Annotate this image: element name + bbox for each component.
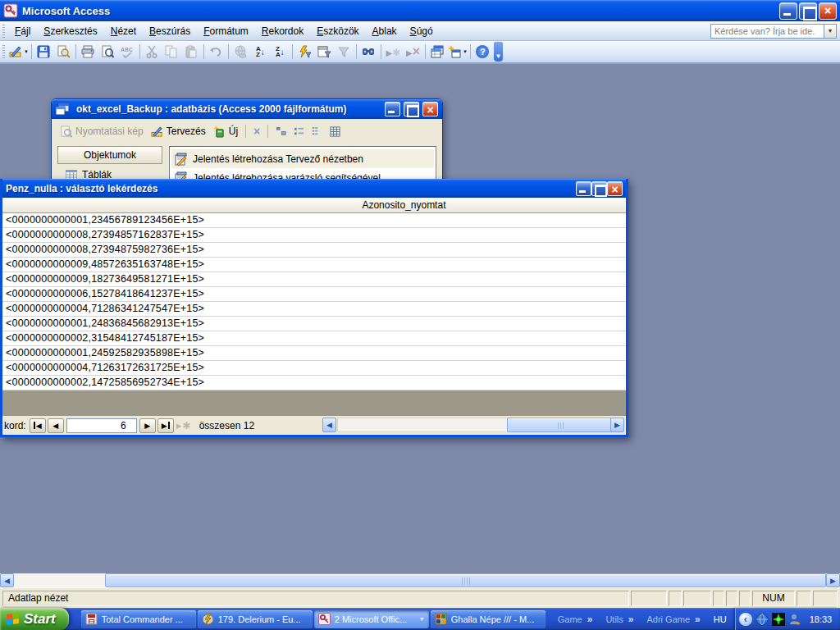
current-record-input[interactable] (66, 418, 137, 433)
task-delerium-player[interactable]: 179. Delerium - Eu... (198, 610, 313, 628)
db-details-view-button[interactable] (327, 125, 343, 139)
view-design-button[interactable]: ▼ (9, 43, 29, 61)
db-print-preview-button[interactable]: Nyomtatási kép (57, 124, 146, 139)
db-maximize-button[interactable] (404, 102, 419, 116)
help-button[interactable]: ? (473, 43, 492, 61)
filter-by-form-button[interactable] (315, 43, 334, 61)
cut-button[interactable] (143, 43, 162, 61)
print-button[interactable] (79, 43, 98, 61)
db-large-icons-button[interactable] (273, 125, 289, 139)
menu-window[interactable]: Ablak (366, 22, 404, 40)
task-total-commander[interactable]: Total Commander ... (81, 610, 196, 628)
menubar-grip-handle[interactable] (2, 25, 5, 38)
help-question-input[interactable]: Kérdése van? Írja be ide. (710, 24, 824, 39)
query-window-titlebar[interactable]: Penz_nulla : választó lekérdezés × (2, 179, 626, 198)
start-button[interactable]: Start (0, 608, 69, 630)
menu-format[interactable]: Formátum (197, 22, 255, 40)
menu-help[interactable]: Súgó (404, 22, 440, 40)
undo-button[interactable] (207, 43, 226, 61)
db-small-icons-button[interactable] (291, 125, 307, 139)
toolbar-options-chevron[interactable]: ▼ (494, 42, 503, 62)
table-row[interactable]: <0000000000002,31548412745187E+15> (2, 331, 626, 346)
minimize-button[interactable] (779, 2, 797, 20)
menu-records[interactable]: Rekordok (255, 22, 310, 40)
db-design-button[interactable]: Tervezés (148, 124, 208, 139)
db-list-view-button[interactable] (309, 125, 325, 139)
chevron-double-icon[interactable]: » (587, 614, 593, 625)
db-delete-button[interactable]: × (251, 123, 262, 139)
menu-tools[interactable]: Eszközök (310, 22, 365, 40)
help-dropdown-button[interactable]: ▼ (824, 24, 837, 39)
close-button[interactable]: × (819, 2, 837, 20)
table-row[interactable]: <0000000000008,27394875982736E+15> (2, 243, 626, 258)
save-button[interactable] (34, 43, 53, 61)
sidebar-item-tables[interactable]: Táblák (57, 164, 162, 180)
paste-button[interactable] (182, 43, 201, 61)
workspace-scroll-track[interactable] (14, 573, 105, 587)
tray-network-globe-icon[interactable] (756, 613, 769, 626)
db-close-button[interactable]: × (422, 102, 438, 116)
table-row[interactable]: <0000000000002,14725856952734E+15> (2, 376, 626, 390)
db-minimize-button[interactable] (385, 102, 400, 116)
workspace-scroll-thumb[interactable] (105, 573, 826, 587)
menu-edit[interactable]: Szerkesztés (37, 22, 103, 40)
taskbar-toolbar-game[interactable]: Game (558, 614, 582, 624)
insert-hyperlink-button[interactable] (231, 43, 250, 61)
hscroll-left-arrow[interactable]: ◀ (322, 418, 336, 432)
chevron-double-icon[interactable]: » (628, 614, 634, 625)
sort-descending-button[interactable]: ZA↓ (271, 43, 290, 61)
new-record-button[interactable]: ▶✱ (384, 43, 403, 61)
last-record-button[interactable]: ▶ (158, 418, 174, 433)
hscroll-right-arrow[interactable]: ▶ (610, 418, 624, 432)
table-row[interactable]: <0000000000004,71263172631725E+15> (2, 361, 626, 376)
workspace-scroll-left-arrow[interactable]: ◀ (0, 573, 14, 587)
apply-filter-button[interactable] (335, 43, 354, 61)
hscroll-thumb[interactable] (507, 418, 614, 432)
new-object-button[interactable]: ▼ (448, 43, 468, 61)
restore-button[interactable] (799, 2, 817, 20)
tray-user-status-icon[interactable] (788, 613, 801, 626)
objects-header-button[interactable]: Objektumok (57, 146, 162, 164)
file-search-button[interactable] (54, 43, 73, 61)
table-row[interactable]: <0000000000009,48572635163748E+15> (2, 258, 626, 272)
list-item-new-report-design[interactable]: Jelentés létrehozása Tervező nézetben (171, 149, 434, 168)
print-preview-button[interactable] (98, 43, 117, 61)
hide-tray-icons-button[interactable]: ‹ (739, 613, 752, 626)
previous-record-button[interactable]: ◀ (48, 418, 64, 433)
taskbar-clock[interactable]: 18:33 (810, 614, 833, 624)
spelling-button[interactable]: ABC (118, 43, 137, 61)
table-row[interactable]: <0000000000009,18273649581271E+15> (2, 272, 626, 287)
tray-messenger-icon[interactable] (772, 613, 785, 626)
language-indicator[interactable]: HU (714, 614, 727, 624)
taskbar-toolbar-adri-game[interactable]: Adri Game (646, 614, 690, 624)
toolbar-grip-handle[interactable] (2, 45, 5, 58)
next-record-button[interactable]: ▶ (139, 418, 156, 433)
table-row[interactable]: <0000000000006,15278418641237E+15> (2, 287, 626, 302)
first-record-button[interactable]: ◀ (30, 418, 46, 433)
chevron-double-icon[interactable]: » (695, 614, 701, 625)
task-ghalla-nepe[interactable]: Ghalla Népe /// - M... (431, 610, 546, 628)
query-close-button[interactable]: × (607, 181, 623, 196)
table-row[interactable]: <0000000000001,23456789123456E+15> (2, 213, 626, 228)
taskbar-toolbar-utils[interactable]: Utils (605, 614, 623, 624)
column-header[interactable]: Azonosito_nyomtat (2, 198, 626, 213)
new-record-button[interactable]: ▶✱ (176, 418, 192, 433)
query-minimize-button[interactable] (576, 181, 591, 196)
menu-insert[interactable]: Beszúrás (143, 22, 197, 40)
table-row[interactable]: <0000000000001,24592582935898E+15> (2, 346, 626, 361)
database-window-titlebar[interactable]: okt_excel_Backup : adatbázis (Access 200… (52, 99, 442, 119)
filter-by-selection-button[interactable] (295, 43, 314, 61)
menu-view[interactable]: Nézet (104, 22, 143, 40)
database-window-button[interactable] (428, 43, 447, 61)
delete-record-button[interactable]: ▶× (404, 43, 422, 61)
copy-button[interactable] (162, 43, 181, 61)
find-button[interactable] (359, 43, 378, 61)
task-microsoft-office-group[interactable]: 2 Microsoft Offic... ▼ (314, 610, 429, 628)
table-row[interactable]: <0000000000001,24836845682913E+15> (2, 317, 626, 331)
db-new-button[interactable]: Új (211, 124, 240, 139)
table-row[interactable]: <0000000000008,27394857162837E+15> (2, 228, 626, 243)
query-maximize-button[interactable] (591, 181, 607, 196)
menu-file[interactable]: Fájl (8, 22, 37, 40)
sort-ascending-button[interactable]: AZ↓ (251, 43, 270, 61)
workspace-scroll-right-arrow[interactable]: ▶ (826, 573, 840, 587)
